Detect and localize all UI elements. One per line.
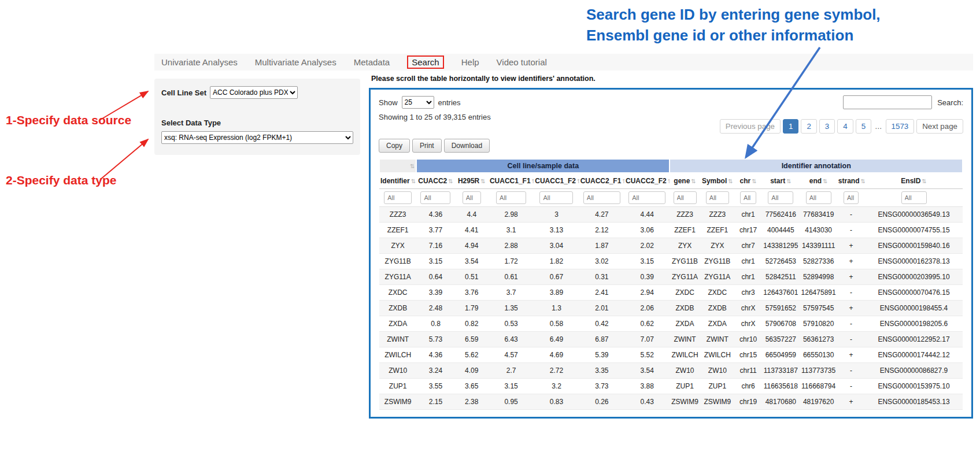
sort-icon[interactable]: ⇅ [410, 163, 415, 169]
filter-input-gene[interactable] [674, 191, 697, 204]
nav-item-multivariate-analyses[interactable]: Multivariate Analyses [255, 57, 336, 67]
cell-line-set-select[interactable]: ACC Colorado plus PDX [210, 86, 298, 99]
filter-cell-start [761, 189, 800, 207]
column-header-gene[interactable]: gene⇅ [670, 173, 700, 189]
table-cell: chr15 [735, 347, 761, 363]
table-cell: ENSG00000153975.10 [865, 379, 963, 394]
table-row: ZYG11A0.640.510.610.670.310.39ZYG11AZYG1… [379, 269, 963, 285]
filter-cell-cuacc2 [416, 189, 454, 207]
table-row: ZSWIM92.152.380.950.830.260.43ZSWIM9ZSWI… [379, 394, 963, 410]
table-row: ZUP13.553.653.153.23.733.88ZUP1ZUP1chr61… [379, 379, 963, 394]
table-cell: 0.83 [534, 394, 579, 410]
page-button-2[interactable]: 2 [801, 119, 816, 134]
table-cell: chr19 [735, 394, 761, 410]
search-input[interactable] [843, 95, 932, 109]
table-cell: 3.55 [416, 379, 454, 394]
table-cell: 0.43 [624, 394, 670, 410]
nav-item-univariate-analyses[interactable]: Univariate Analyses [161, 57, 238, 67]
filter-input-strand[interactable] [844, 191, 859, 204]
table-cell: ZYG11A [379, 269, 416, 285]
page-button-3[interactable]: 3 [819, 119, 835, 134]
column-header-cuacc2[interactable]: CUACC2⇅ [416, 173, 454, 189]
filter-input-cuacc1-f2[interactable] [539, 191, 573, 204]
column-header-cuacc1-f2[interactable]: CUACC1_F2⇅ [534, 173, 579, 189]
gene-table: ⇅Cell line/sample dataIdentifier annotat… [379, 158, 963, 410]
filter-input-start[interactable] [768, 191, 793, 204]
print-button[interactable]: Print [412, 139, 442, 153]
nav-item-video-tutorial[interactable]: Video tutorial [497, 57, 547, 67]
column-header-symbol[interactable]: Symbol⇅ [700, 173, 735, 189]
table-cell: chr3 [735, 285, 761, 301]
filter-input-identifier[interactable] [384, 191, 412, 204]
page-button-4[interactable]: 4 [837, 119, 853, 134]
filter-input-symbol[interactable] [706, 191, 729, 204]
table-cell: 126475891 [800, 285, 837, 301]
sort-icon: ⇅ [823, 178, 827, 184]
column-header-cuacc2-f2[interactable]: CUACC2_F2⇅ [624, 173, 670, 189]
column-header-strand[interactable]: strand⇅ [837, 173, 865, 189]
next-page-button[interactable]: Next page [916, 119, 963, 134]
column-header-end[interactable]: end⇅ [800, 173, 837, 189]
column-header-h295r[interactable]: H295R⇅ [455, 173, 489, 189]
filter-input-chr[interactable] [740, 191, 756, 204]
data-type-select[interactable]: xsq: RNA-seq Expression (log2 FPKM+1) [161, 131, 353, 144]
table-cell: 2.01 [579, 301, 624, 316]
sort-icon: ⇅ [668, 178, 670, 184]
filter-input-cuacc2-f1[interactable] [583, 191, 620, 204]
sort-icon: ⇅ [922, 178, 926, 184]
table-cell: ENSG00000174442.12 [865, 347, 963, 363]
table-cell: 0.64 [416, 269, 454, 285]
table-cell: 6.43 [489, 332, 534, 347]
page-length-select[interactable]: 25 [402, 96, 434, 109]
column-header-identifier[interactable]: Identifier⇅ [379, 173, 416, 189]
table-cell: 3.88 [624, 379, 670, 394]
filter-input-cuacc1-f1[interactable] [496, 191, 526, 204]
search-tip-annotation: Search gene ID by entering gene symbol, … [586, 5, 881, 46]
table-cell: ENSG00000074755.15 [865, 223, 963, 238]
filter-input-end[interactable] [806, 191, 831, 204]
gene-table-body: ZZZ34.364.42.9834.274.44ZZZ3ZZZ3chr17756… [379, 207, 963, 410]
table-cell: ZSWIM9 [379, 394, 416, 410]
nav-item-search[interactable]: Search [407, 55, 444, 69]
column-header-start[interactable]: start⇅ [761, 173, 800, 189]
copy-button[interactable]: Copy [379, 139, 410, 153]
filter-input-h295r[interactable] [463, 191, 481, 204]
table-cell: ZWILCH [700, 347, 735, 363]
table-cell: - [837, 332, 865, 347]
table-cell: - [837, 223, 865, 238]
nav-item-help[interactable]: Help [461, 57, 479, 67]
group-header-cell-line-sample-data: Cell line/sample data [416, 159, 670, 173]
table-cell: chr1 [735, 254, 761, 269]
table-cell: ZZZ3 [700, 207, 735, 223]
table-cell: ZYG11B [700, 254, 735, 269]
column-header-ensid[interactable]: EnsID⇅ [865, 173, 963, 189]
table-cell: 3 [534, 207, 579, 223]
table-cell: 3.02 [579, 254, 624, 269]
previous-page-button[interactable]: Previous page [720, 119, 781, 134]
table-cell: 4.27 [579, 207, 624, 223]
table-cell: 3.54 [455, 254, 489, 269]
navbar: Univariate AnalysesMultivariate Analyses… [154, 54, 973, 71]
filter-input-ensid[interactable] [901, 191, 927, 204]
filter-input-cuacc2-f2[interactable] [628, 191, 665, 204]
table-cell: 2.94 [624, 285, 670, 301]
table-row: ZXDC3.393.763.73.892.412.94ZXDCZXDCchr31… [379, 285, 963, 301]
table-cell: 3.15 [416, 254, 454, 269]
download-button[interactable]: Download [444, 139, 490, 153]
table-cell: ZZZ3 [670, 207, 700, 223]
column-header-chr[interactable]: chr⇅ [735, 173, 761, 189]
column-header-cuacc1-f1[interactable]: CUACC1_F1⇅ [489, 173, 534, 189]
table-cell: ENSG00000185453.13 [865, 394, 963, 410]
column-header-cuacc2-f1[interactable]: CUACC2_F1⇅ [579, 173, 624, 189]
page-button-5[interactable]: 5 [856, 119, 871, 134]
filter-input-cuacc2[interactable] [420, 191, 450, 204]
page-button-1573[interactable]: 1573 [886, 119, 915, 134]
table-cell: ENSG00000070476.15 [865, 285, 963, 301]
table-cell: 2.02 [624, 238, 670, 254]
table-cell: 3.65 [455, 379, 489, 394]
table-cell: ZUP1 [670, 379, 700, 394]
nav-item-metadata[interactable]: Metadata [354, 57, 390, 67]
page-button-1[interactable]: 1 [783, 119, 798, 134]
table-cell: + [837, 269, 865, 285]
table-cell: 4.09 [455, 363, 489, 379]
